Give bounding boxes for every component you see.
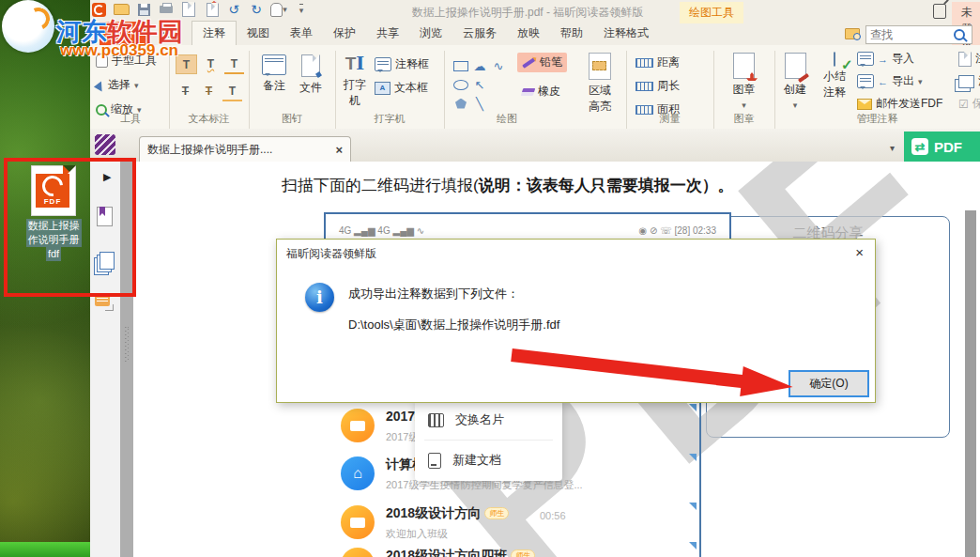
document-tab[interactable]: 数据上报操作说明手册.... × bbox=[139, 136, 351, 162]
site-logo-icon bbox=[2, 0, 54, 53]
ribbon: 手型工具 选择▾ 缩放▾ 工具 T T T T T T 文本标注 备注 文件 bbox=[90, 45, 980, 130]
hand-tool-dropdown-icon[interactable]: ▾ bbox=[270, 1, 287, 18]
import-icon bbox=[857, 52, 874, 66]
rectangle-shape-icon[interactable] bbox=[453, 61, 468, 71]
find-input[interactable] bbox=[866, 28, 954, 41]
cursor-icon bbox=[94, 79, 106, 91]
textbox-button[interactable]: A文本框 bbox=[375, 80, 429, 96]
context-tab-drawing-tools[interactable]: 绘图工具 bbox=[680, 2, 743, 23]
splitter-handle[interactable] bbox=[125, 327, 129, 363]
foxit-app-icon[interactable] bbox=[95, 134, 115, 155]
pdf-convert-button[interactable]: ⇄ PDF bbox=[904, 132, 980, 162]
list-item[interactable]: 2018级设计方向四班师生 bbox=[341, 548, 535, 557]
replace-text-icon[interactable]: T bbox=[199, 82, 219, 100]
stamp-button[interactable]: 图章▾ bbox=[733, 53, 756, 110]
email-fdf-button[interactable]: 邮件发送FDF bbox=[857, 96, 942, 112]
area-highlight-button[interactable]: 区域高亮 bbox=[579, 53, 620, 115]
screenshot-border bbox=[699, 402, 701, 557]
dialog-file-path: D:\tools\桌面\数据上报操作说明手册.fdf bbox=[348, 317, 559, 333]
export-comments-button[interactable]: ←导出▾ bbox=[857, 73, 942, 89]
tab-list-dropdown-icon[interactable]: ▾ bbox=[890, 143, 895, 153]
callout-button[interactable]: 注释框 bbox=[375, 56, 429, 72]
stamp-icon bbox=[733, 53, 755, 79]
callout-icon bbox=[375, 57, 391, 71]
keep-tool-selected-checkbox[interactable]: ☑保持工具选 bbox=[958, 96, 980, 112]
share-icon[interactable] bbox=[933, 4, 946, 19]
cloud-shape-icon[interactable]: ☁ bbox=[474, 60, 486, 72]
tab-comment-format[interactable]: 注释格式 bbox=[593, 22, 659, 45]
tab-form[interactable]: 表单 bbox=[280, 22, 323, 45]
group-label-pin: 图钉 bbox=[249, 112, 335, 126]
tab-browse[interactable]: 浏览 bbox=[409, 22, 452, 45]
group-stamp: 图章▾ 图章 bbox=[713, 45, 774, 129]
mail-icon bbox=[857, 99, 872, 110]
tab-share[interactable]: 共享 bbox=[366, 22, 409, 45]
pencil-icon bbox=[522, 57, 536, 69]
vertical-scrollbar[interactable] bbox=[965, 210, 976, 557]
group-label-tools: 工具 bbox=[92, 112, 169, 126]
strikeout-text-icon[interactable]: T bbox=[176, 82, 195, 100]
info-icon: i bbox=[305, 283, 334, 312]
corner-marker bbox=[689, 404, 697, 411]
red-box-annotation bbox=[4, 158, 136, 297]
summarize-comments-button[interactable]: ✓ 小结注释 bbox=[818, 53, 851, 101]
annotations-button[interactable]: 注释▾ bbox=[958, 51, 980, 67]
create-stamp-button[interactable]: 创建▾ bbox=[776, 53, 814, 110]
note-button[interactable]: 备注 bbox=[262, 54, 286, 96]
distance-button[interactable]: 距离 bbox=[635, 54, 713, 70]
group-avatar bbox=[341, 409, 375, 442]
swap-icon: ⇄ bbox=[911, 138, 928, 155]
screen: * ↺ ↻ ▾ ▾ 数据上报操作说明手册.pdf - 福昕阅读器领鲜版 绘图工具… bbox=[0, 0, 980, 557]
squiggly-underline-icon[interactable]: T bbox=[201, 54, 221, 72]
corner-marker bbox=[689, 542, 697, 549]
select-button[interactable]: 选择▾ bbox=[96, 77, 169, 93]
dialog-close-icon[interactable]: × bbox=[855, 244, 864, 260]
tab-slideshow[interactable]: 放映 bbox=[507, 22, 550, 45]
tab-view[interactable]: 视图 bbox=[237, 22, 280, 45]
menu-item-exchange-card[interactable]: 交换名片 bbox=[415, 400, 562, 440]
highlight-text-icon[interactable]: T bbox=[176, 54, 197, 74]
desktop-grass-strip bbox=[0, 542, 90, 557]
oval-shape-icon[interactable] bbox=[453, 80, 468, 90]
pencil-button[interactable]: 铅笔 bbox=[517, 53, 567, 72]
new-from-template-icon[interactable]: * bbox=[203, 1, 220, 18]
underline-text-icon[interactable]: T bbox=[224, 54, 244, 74]
document-tab-close-icon[interactable]: × bbox=[335, 143, 343, 157]
perimeter-button[interactable]: 周长 bbox=[635, 78, 713, 94]
annotation-popup-button[interactable]: 注释弹出框 bbox=[958, 73, 980, 89]
line-shape-icon[interactable]: ╲ bbox=[476, 98, 483, 110]
eraser-icon bbox=[521, 88, 536, 96]
screenshot-popup-menu: 交换名片 新建文档 bbox=[415, 400, 562, 481]
tab-help[interactable]: 帮助 bbox=[550, 22, 593, 45]
eraser-button[interactable]: 橡皮 bbox=[517, 82, 567, 101]
note-icon bbox=[262, 54, 286, 75]
annotation-icon bbox=[958, 52, 972, 67]
list-item[interactable]: 2018级设计方向师生 欢迎加入班级 bbox=[341, 505, 509, 541]
card-icon bbox=[428, 413, 444, 427]
file-pin-icon bbox=[301, 54, 320, 77]
arrow-shape-icon[interactable]: ↖ bbox=[475, 79, 485, 91]
tab-cloud[interactable]: 云服务 bbox=[452, 22, 507, 45]
typewriter-button[interactable]: TI 打字机 bbox=[335, 53, 375, 109]
import-comments-button[interactable]: →导入 bbox=[857, 51, 942, 67]
redo-icon[interactable]: ↻ bbox=[248, 1, 265, 18]
group-label-measure: 测量 bbox=[626, 112, 713, 126]
tab-protect[interactable]: 保护 bbox=[323, 22, 366, 45]
find-box bbox=[865, 25, 972, 44]
polygon-shape-icon[interactable] bbox=[455, 99, 467, 109]
menu-item-new-document[interactable]: 新建文档 bbox=[415, 441, 562, 480]
house-icon: ⌂ bbox=[353, 465, 362, 482]
search-icon[interactable] bbox=[954, 29, 965, 40]
group-title: 2018级设计方向四班师生 bbox=[386, 548, 535, 557]
insert-text-icon[interactable]: T bbox=[222, 82, 242, 101]
group-subtitle: 欢迎加入班级 bbox=[386, 527, 509, 541]
undo-icon[interactable]: ↺ bbox=[225, 1, 242, 18]
search-folder-icon[interactable] bbox=[845, 28, 860, 39]
polyline-shape-icon[interactable]: ∿ bbox=[494, 60, 504, 72]
group-avatar bbox=[341, 548, 375, 557]
dialog-message: 成功导出注释数据到下列文件： bbox=[348, 286, 519, 302]
group-pin: 备注 文件 图钉 bbox=[249, 45, 335, 129]
tab-comment[interactable]: 注释 bbox=[191, 21, 237, 45]
file-attach-button[interactable]: 文件 bbox=[299, 54, 322, 96]
customize-qat-icon[interactable]: ▾ bbox=[293, 1, 310, 18]
